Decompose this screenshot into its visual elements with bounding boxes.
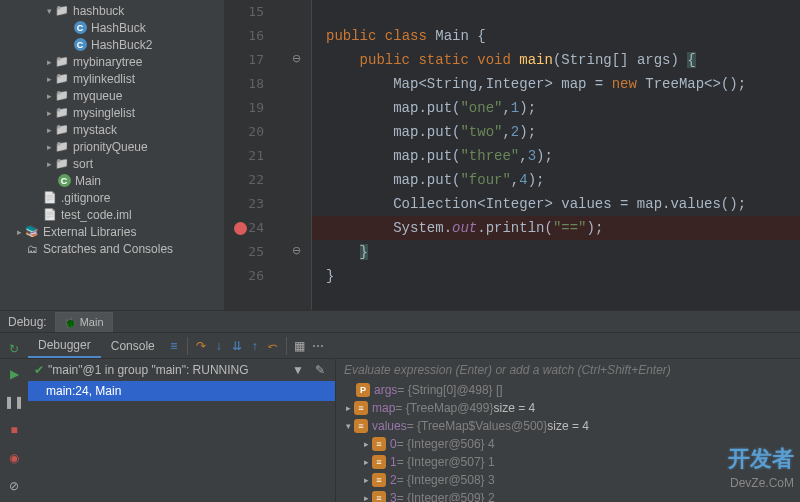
- chevron-right-icon[interactable]: ▸: [44, 159, 54, 169]
- folder-icon: [54, 55, 70, 69]
- var-size: size = 4: [547, 419, 589, 433]
- field-icon: ≡: [372, 455, 386, 469]
- tree-label: prionityQueue: [73, 140, 148, 154]
- tree-folder-myqueue[interactable]: ▸ myqueue: [0, 87, 224, 104]
- step-into-icon[interactable]: ↓: [210, 337, 228, 355]
- chevron-right-icon[interactable]: ▸: [14, 227, 24, 237]
- tree-external-libraries[interactable]: ▸ External Libraries: [0, 223, 224, 240]
- tree-label: .gitignore: [61, 191, 110, 205]
- filter-icon[interactable]: ▼: [289, 361, 307, 379]
- thread-label: "main"@1 in group "main": RUNNING: [48, 363, 249, 377]
- tree-folder-mylinkedlist[interactable]: ▸ mylinkedlist: [0, 70, 224, 87]
- tree-scratches[interactable]: Scratches and Consoles: [0, 240, 224, 257]
- var-value: = {String[0]@498} []: [397, 383, 502, 397]
- folder-icon: [54, 123, 70, 137]
- tree-folder-hashbuck[interactable]: ▾ hashbuck: [0, 2, 224, 19]
- chevron-right-icon[interactable]: ▸: [360, 439, 372, 449]
- line-number: 17: [224, 48, 264, 72]
- line-number: 26: [224, 264, 264, 288]
- line-number: 22: [224, 168, 264, 192]
- var-value: = {TreeMap@499}: [395, 401, 493, 415]
- var-row-values[interactable]: ▾ ≡ values = {TreeMap$Values@500} size =…: [336, 417, 800, 435]
- tab-console[interactable]: Console: [101, 335, 165, 357]
- folder-icon: [54, 4, 70, 18]
- chevron-right-icon[interactable]: ▸: [44, 57, 54, 67]
- var-row-args[interactable]: P args = {String[0]@498} []: [336, 381, 800, 399]
- line-number: 23: [224, 192, 264, 216]
- thread-dump-icon[interactable]: ≡: [165, 337, 183, 355]
- chevron-right-icon[interactable]: ▸: [44, 91, 54, 101]
- view-breakpoints-icon[interactable]: ◉: [5, 449, 23, 467]
- debug-tool-window: Debug: Main ↻ Debugger Console ≡ ↷ ↓ ⇊ ↑…: [0, 310, 800, 502]
- chevron-right-icon[interactable]: ▸: [44, 108, 54, 118]
- mute-breakpoints-icon[interactable]: ⊘: [5, 477, 23, 495]
- tab-debugger[interactable]: Debugger: [28, 334, 101, 358]
- fold-close-icon[interactable]: ⊖: [292, 244, 301, 257]
- folder-icon: [54, 140, 70, 154]
- line-gutter[interactable]: 15 16 17 18 19 20 21 22 23 24 25 26 ▶ ▶: [224, 0, 278, 310]
- tree-folder-mystack[interactable]: ▸ mystack: [0, 121, 224, 138]
- project-tree-panel: ▾ hashbuck HashBuck HashBuck2 ▸ mybinary…: [0, 0, 224, 310]
- drop-frame-icon[interactable]: ⤺: [264, 337, 282, 355]
- tree-label: Main: [75, 174, 101, 188]
- var-row-index-3[interactable]: ▸ ≡ 3 = {Integer@509} 2: [336, 489, 800, 502]
- settings-icon[interactable]: ✎: [311, 361, 329, 379]
- chevron-right-icon[interactable]: ▸: [44, 125, 54, 135]
- line-number: 21: [224, 144, 264, 168]
- debug-title: Debug:: [0, 315, 55, 329]
- chevron-right-icon[interactable]: ▸: [44, 142, 54, 152]
- var-value: = {Integer@507} 1: [397, 455, 495, 469]
- tree-file-iml[interactable]: test_code.iml: [0, 206, 224, 223]
- tree-folder-mybinarytree[interactable]: ▸ mybinarytree: [0, 53, 224, 70]
- chevron-right-icon[interactable]: ▸: [360, 493, 372, 502]
- tree-label: hashbuck: [73, 4, 124, 18]
- var-name: map: [372, 401, 395, 415]
- watch-input[interactable]: Evaluate expression (Enter) or add a wat…: [336, 359, 800, 381]
- tree-file-gitignore[interactable]: .gitignore: [0, 189, 224, 206]
- var-value: = {Integer@509} 2: [397, 491, 495, 502]
- code-editor[interactable]: 15 16 17 18 19 20 21 22 23 24 25 26 ▶ ▶ …: [224, 0, 800, 310]
- thread-selector[interactable]: ✔ "main"@1 in group "main": RUNNING ▼ ✎: [28, 359, 335, 381]
- chevron-down-icon[interactable]: ▾: [342, 421, 354, 431]
- chevron-right-icon[interactable]: ▸: [342, 403, 354, 413]
- chevron-right-icon[interactable]: ▸: [360, 475, 372, 485]
- force-step-into-icon[interactable]: ⇊: [228, 337, 246, 355]
- library-icon: [24, 225, 40, 239]
- fold-open-icon[interactable]: ⊖: [292, 52, 301, 65]
- evaluate-icon[interactable]: ▦: [291, 337, 309, 355]
- tree-folder-mysinglelist[interactable]: ▸ mysinglelist: [0, 104, 224, 121]
- stack-frame-row[interactable]: main:24, Main: [28, 381, 335, 401]
- debug-tab-label: Main: [80, 316, 104, 328]
- step-over-icon[interactable]: ↷: [192, 337, 210, 355]
- class-run-icon: [58, 174, 71, 187]
- chevron-right-icon[interactable]: ▸: [44, 74, 54, 84]
- pause-icon[interactable]: ❚❚: [5, 393, 23, 411]
- tree-label: HashBuck2: [91, 38, 152, 52]
- var-row-map[interactable]: ▸ ≡ map = {TreeMap@499} size = 4: [336, 399, 800, 417]
- tree-class-hashbuck[interactable]: HashBuck: [0, 19, 224, 36]
- tree-label: External Libraries: [43, 225, 136, 239]
- var-name: args: [374, 383, 397, 397]
- var-name: 2: [390, 473, 397, 487]
- tree-folder-sort[interactable]: ▸ sort: [0, 155, 224, 172]
- field-icon: ≡: [372, 491, 386, 502]
- code-area[interactable]: public class Main { public static void m…: [312, 0, 800, 310]
- more-icon[interactable]: ⋯: [309, 337, 327, 355]
- watermark-text: 开发者: [728, 444, 794, 474]
- tree-class-hashbuck2[interactable]: HashBuck2: [0, 36, 224, 53]
- breakpoint-icon[interactable]: [234, 222, 247, 235]
- var-value: = {TreeMap$Values@500}: [407, 419, 548, 433]
- class-icon: [74, 21, 87, 34]
- tree-folder-prionityqueue[interactable]: ▸ prionityQueue: [0, 138, 224, 155]
- gutter-fold[interactable]: ⊖ ⊖: [278, 0, 312, 310]
- resume-icon[interactable]: ▶: [5, 365, 23, 383]
- stop-icon[interactable]: ■: [5, 421, 23, 439]
- debug-run-tab[interactable]: Main: [55, 312, 113, 332]
- check-icon: ✔: [34, 363, 44, 377]
- rerun-icon[interactable]: ↻: [5, 340, 23, 358]
- chevron-down-icon[interactable]: ▾: [44, 6, 54, 16]
- step-out-icon[interactable]: ↑: [246, 337, 264, 355]
- chevron-right-icon[interactable]: ▸: [360, 457, 372, 467]
- folder-icon: [54, 157, 70, 171]
- tree-class-main[interactable]: Main: [0, 172, 224, 189]
